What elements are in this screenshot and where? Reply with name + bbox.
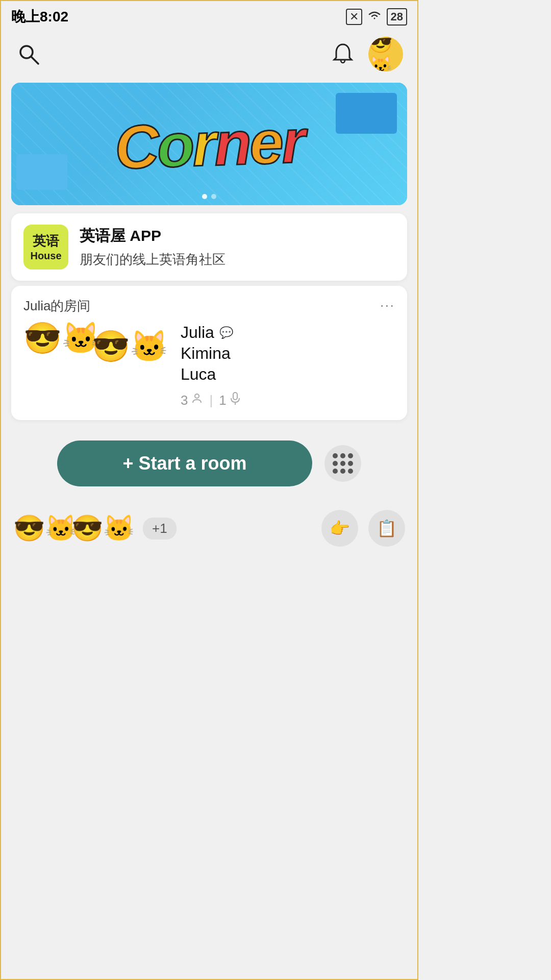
status-icons: ✕ 28 [346,8,407,26]
participant-julia: Julia 💬 [181,323,395,342]
room-info: 😎🐱 😎🐱 Julia 💬 Kimina Luca 3 [23,323,395,409]
svg-point-2 [195,394,199,398]
grid-icon [333,453,353,474]
battery-icon: 28 [387,8,407,26]
bottom-avatars[interactable]: 😎🐱 😎🐱 [13,513,135,543]
start-room-area: + Start a room [1,425,417,497]
app-info: 英语屋 APP 朋友们的线上英语角社区 [80,226,226,268]
banner-pagination [202,194,216,199]
room-card-header: Julia的房间 ··· [23,297,395,323]
speaker-count: 1 [219,393,226,408]
app-title: 英语屋 APP [80,226,226,247]
point-button[interactable]: 👉 [321,510,358,547]
speaker-stat: 1 [219,392,240,409]
app-subtitle: 朋友们的线上英语角社区 [80,251,226,268]
status-bar: 晚上8:02 ✕ 28 [1,1,417,31]
close-icon: ✕ [346,9,362,25]
stat-divider: | [209,393,213,408]
mic-icon [230,392,241,409]
notification-button[interactable] [330,41,356,67]
participant-luca: Luca [181,365,395,384]
user-avatar[interactable]: 😎🐱 [368,37,403,71]
room-avatars: 😎🐱 😎🐱 [23,323,168,400]
listener-count: 3 [181,393,188,408]
wifi-icon [367,10,382,24]
banner[interactable]: Corner [11,83,407,205]
avatar-2: 😎🐱 [92,331,168,400]
status-time: 晚上8:02 [11,7,68,27]
participant-kimina: Kimina [181,344,395,363]
header: 😎🐱 [1,31,417,78]
person-icon [191,393,203,408]
svg-line-1 [31,57,38,64]
room-more-button[interactable]: ··· [380,297,395,313]
bottom-left: 😎🐱 😎🐱 +1 [13,513,177,543]
room-stats: 3 | 1 [181,392,395,409]
speaking-icon: 💬 [219,326,233,339]
note-button[interactable]: 📋 [368,510,405,547]
bottom-avatar-2: 😎🐱 [71,513,135,543]
bottom-bar: 😎🐱 😎🐱 +1 👉 📋 [1,502,417,555]
avatar-1: 😎🐱 [23,323,100,400]
room-participants-list: Julia 💬 Kimina Luca 3 [181,323,395,409]
listener-stat: 3 [181,393,203,408]
bottom-right: 👉 📋 [321,510,405,547]
room-card[interactable]: Julia的房间 ··· 😎🐱 😎🐱 Julia 💬 Kimina Luca 3 [11,286,407,420]
banner-text: Corner [114,106,305,183]
bottom-avatar-1: 😎🐱 [13,513,77,543]
header-right: 😎🐱 [330,37,403,71]
start-room-button[interactable]: + Start a room [57,440,312,486]
search-button[interactable] [15,41,42,67]
dot-1 [202,194,207,199]
app-icon-line2: House [30,250,61,262]
app-card[interactable]: 英语 House 英语屋 APP 朋友们的线上英语角社区 [11,213,407,281]
app-icon: 英语 House [23,225,68,270]
banner-image: Corner [11,83,407,205]
dot-2 [211,194,216,199]
svg-rect-3 [233,393,237,400]
app-icon-line1: 英语 [33,232,59,250]
grid-menu-button[interactable] [324,445,361,482]
room-title: Julia的房间 [23,297,90,315]
plus-badge: +1 [143,518,177,540]
